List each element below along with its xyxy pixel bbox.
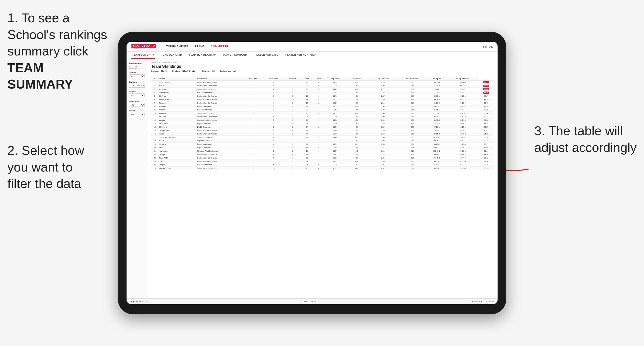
points-value: 82.98 (484, 161, 488, 162)
cell-reg-rank: - (243, 105, 263, 108)
filter-gender-select[interactable]: Men's (129, 74, 145, 78)
cell-no-tour: 8 (284, 105, 301, 108)
toolbar-refresh-btn[interactable]: ↺ (136, 300, 138, 303)
filter-gender-section: Gender Men's (129, 71, 145, 78)
eye-icon: 👁 (472, 300, 474, 303)
points-value: 80.71 (484, 116, 488, 118)
cell-score: 0.8 (346, 150, 368, 153)
cell-avg-par: 1.98 (368, 108, 398, 112)
cell-adj-score: 276.2 (325, 108, 346, 112)
cell-wins: 0 (313, 167, 325, 170)
cell-avg-par: 2.37 (368, 94, 398, 98)
cell-conference: Southeastern Conference (196, 153, 244, 156)
nav-tournaments[interactable]: TOURNAMENTS (166, 44, 188, 49)
cell-adj-score: 279.3 (325, 156, 346, 160)
toolbar-copy-btn[interactable]: ⧉ (139, 300, 141, 303)
sub-nav-team-h2h-grid[interactable]: TEAM H2H GRID (160, 51, 183, 59)
content-area: Minimum Rou... 4 30 Gender Men's (126, 59, 498, 298)
filter-slider-track[interactable] (129, 68, 145, 68)
cell-rnds: 24 (301, 125, 313, 129)
score-badge: 87.21 (483, 85, 489, 87)
nav-committee[interactable]: COMMITTEE (211, 44, 228, 49)
filter-conference-select[interactable]: (All) (129, 103, 145, 107)
col-no-tour: No Tour (284, 77, 301, 81)
cell-points: 80.71 (479, 101, 494, 105)
sub-nav-team-h2h-heatmap[interactable]: TEAM H2H HEATMAP (188, 51, 217, 59)
cell-rank: 5 (151, 94, 158, 98)
cell-vs-top25: 31-29-1 (447, 112, 479, 115)
toolbar-clock-btn[interactable]: ⏱ (146, 300, 148, 303)
cell-adj-score: 277.5 (325, 132, 346, 136)
cell-avg-par: 2.88 (368, 84, 398, 88)
cell-conference: Big 12 Conference (196, 125, 244, 129)
cell-avg-par: 2.20 (368, 98, 398, 101)
toolbar-more-btn[interactable]: ⋯ (142, 300, 144, 303)
watch-btn[interactable]: 👁 Watch ▼ (472, 300, 482, 303)
cell-reg-rank: - (243, 81, 263, 84)
table-row: 6 Florida State Atlantic Coast Conferenc… (151, 98, 494, 101)
sub-nav-player-h2h-heatmap[interactable]: PLAYER H2H HEATMAP (284, 51, 317, 59)
sub-nav-player-h2h-grid[interactable]: PLAYER H2H GRID (254, 51, 280, 59)
filter-division-section: Division NCAA Division I (129, 81, 145, 88)
cell-avg-low: 265 (398, 91, 426, 94)
cell-wins: 6 (313, 84, 325, 88)
col-conf-rank: Conf Rank (263, 77, 284, 81)
sub-nav-player-summary[interactable]: PLAYER SUMMARY (222, 51, 249, 59)
toolbar-back-btn[interactable]: ◀ (130, 300, 132, 303)
sign-out-button[interactable]: Sign out (483, 45, 493, 48)
cell-wins: 1 (313, 105, 325, 108)
share-btn[interactable]: ⬡ Share (486, 300, 494, 303)
filter-division-select[interactable]: NCAA Division I (129, 84, 145, 88)
cell-school: Arizona State (158, 91, 196, 94)
cell-conference: Southern Conference (196, 136, 244, 139)
tablet-screen: SCOREBOARD Powered by clippi TOURNAMENTS… (126, 42, 498, 304)
points-value: 83.27 (484, 95, 488, 97)
table-row: 15 Georgia Tech Atlantic Coast Conferenc… (151, 129, 494, 132)
cell-no-tour: 6 (284, 94, 301, 98)
cell-points: 85.08 (479, 119, 494, 122)
filter-bar-conference: Conference: All (220, 70, 236, 72)
cell-avg-par: 1.85 (368, 122, 398, 125)
cell-no-tour: 9 (284, 88, 301, 91)
toolbar-forward-btn[interactable]: ▶ (133, 300, 135, 303)
filter-school-select[interactable]: (All) (129, 113, 145, 116)
cell-rnds: 24 (301, 143, 313, 146)
nav-teams[interactable]: TEAMS (194, 44, 205, 49)
table-row: 19 California Pac-12 Conference - 4 8 24… (151, 143, 494, 146)
cell-score: -4.0 (346, 91, 368, 94)
cell-rnds: 21 (301, 163, 313, 167)
filter-school-label: School (129, 110, 145, 112)
bottom-toolbar: ◀ ▶ ↺ ⧉ ⋯ ⏱ View: Original 👁 Watch ▼ ⬡ S… (126, 298, 498, 304)
cell-avg-low: 265 (398, 101, 426, 105)
filter-region-select[interactable]: N/A (129, 94, 145, 97)
cell-avg-low: 210 (398, 150, 426, 153)
cell-rnds: 17 (301, 146, 313, 150)
points-value: 88.18 (484, 164, 488, 166)
score-badge: 85.58 (483, 92, 489, 94)
cell-points: 83.27 (479, 94, 494, 98)
points-value: 85.08 (484, 119, 488, 121)
cell-adj-score: 274.2 (325, 91, 346, 94)
cell-wins: 1 (313, 153, 325, 156)
instruction-3-line1: 3. The table will (534, 124, 623, 138)
view-original-btn[interactable]: View: Original (302, 300, 318, 303)
points-value: 88.42 (484, 157, 488, 159)
cell-reg-rank: - (243, 94, 263, 98)
sub-nav-team-summary[interactable]: TEAM SUMMARY (132, 51, 155, 59)
cell-vs-top25: 29-25-0 (447, 143, 479, 146)
cell-school: Vanderbilt (158, 88, 196, 91)
points-value: 88.13 (484, 167, 488, 169)
table-row: 11 Arkansas Southeastern Conference - 6 … (151, 115, 494, 119)
instruction-1-text: 1. To see a School's rankings summary cl… (7, 11, 107, 58)
cell-conference: Atlantic Coast Conference (196, 129, 244, 132)
score-badge: 86.58 (483, 88, 489, 90)
cell-avg-low: 270 (398, 167, 426, 170)
cell-points: 89.11 (479, 81, 494, 84)
cell-avg-low: 268 (398, 119, 426, 122)
filter-panel: Minimum Rou... 4 30 Gender Men's (126, 59, 148, 298)
instruction-2-line1: 2. Select how (7, 143, 84, 158)
cell-no-tour: 7 (284, 146, 301, 150)
table-row: 3 Vanderbilt Southeastern Conference - 2… (151, 88, 494, 91)
cell-rnds: 27 (301, 84, 313, 88)
filter-slider-fill (129, 68, 137, 68)
